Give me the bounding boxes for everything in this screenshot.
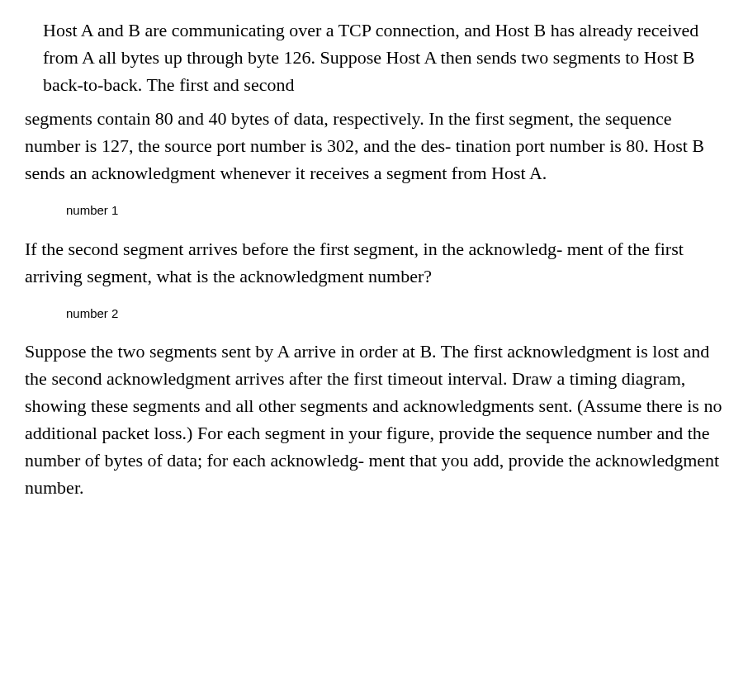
intro-paragraph-1: Host A and B are communicating over a TC… <box>25 17 723 98</box>
label-number-2: number 2 <box>25 305 723 324</box>
question-2: Suppose the two segments sent by A arriv… <box>25 338 723 501</box>
intro-paragraph-2: segments contain 80 and 40 bytes of data… <box>25 105 723 187</box>
question-1: If the second segment arrives before the… <box>25 235 723 290</box>
label-number-1: number 1 <box>25 201 723 220</box>
